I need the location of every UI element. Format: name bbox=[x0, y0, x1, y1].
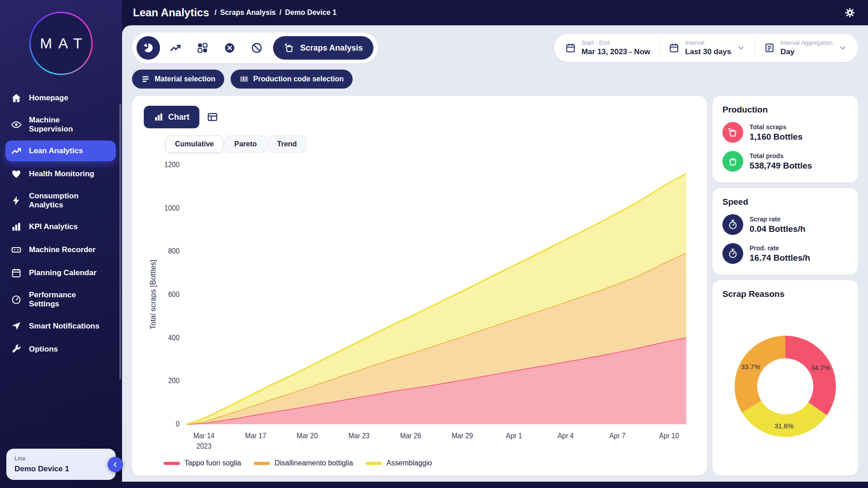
trend-analysis-button[interactable] bbox=[164, 36, 187, 60]
production-code-selection-button[interactable]: Production code selection bbox=[231, 70, 353, 89]
sidebar-item-planning-calendar[interactable]: Planning Calendar bbox=[5, 263, 116, 283]
table-view-button[interactable] bbox=[207, 111, 218, 123]
svg-text:Mar 29: Mar 29 bbox=[452, 432, 473, 440]
interval-picker[interactable]: Interval Last 30 days bbox=[659, 37, 755, 59]
material-selection-button[interactable]: Material selection bbox=[132, 70, 224, 89]
aggregation-picker[interactable]: Interval Aggregation Day bbox=[755, 37, 856, 59]
svg-text:Mar 14: Mar 14 bbox=[193, 432, 215, 440]
calendar-icon bbox=[11, 267, 22, 278]
slashcircle-icon bbox=[251, 42, 263, 54]
heart-icon bbox=[11, 169, 22, 179]
breadcrumb-item-demo-device-1[interactable]: Demo Device 1 bbox=[285, 9, 336, 17]
breadcrumb-item-scraps-analysis[interactable]: Scraps Analysis bbox=[220, 9, 276, 17]
svg-text:Apr 1: Apr 1 bbox=[506, 432, 522, 440]
pie-analysis-button[interactable] bbox=[137, 36, 160, 60]
stopwatch-icon bbox=[722, 214, 743, 235]
table-icon bbox=[207, 111, 218, 123]
calendar-icon bbox=[565, 42, 576, 53]
sidebar-item-label: KPI Analytics bbox=[29, 222, 78, 231]
bars-icon bbox=[11, 221, 22, 232]
sidebar-item-label: Machine Supervision bbox=[29, 116, 100, 133]
chart-view-button[interactable]: Chart bbox=[144, 106, 199, 128]
material-icon bbox=[141, 75, 150, 84]
sidebar-item-machine-supervision[interactable]: Machine Supervision bbox=[5, 111, 116, 138]
svg-text:1200: 1200 bbox=[165, 161, 179, 169]
scrap-reasons-donut[interactable]: 34.7%31.6%33.7% bbox=[729, 330, 842, 443]
svg-text:Mar 17: Mar 17 bbox=[245, 432, 266, 440]
tab-cumulative[interactable]: Cumulative bbox=[165, 136, 223, 153]
legend-label: Disallineamento bottiglia bbox=[274, 459, 353, 467]
sidebar-item-homepage[interactable]: Homepage bbox=[5, 88, 116, 108]
matrix-analysis-button[interactable] bbox=[191, 36, 214, 60]
svg-text:34.7%: 34.7% bbox=[811, 364, 830, 371]
kpi-row-scrap-rate: Scrap rate0.04 Bottles/h bbox=[722, 214, 848, 235]
svg-text:200: 200 bbox=[168, 377, 179, 385]
sidebar-item-label: Homepage bbox=[29, 94, 68, 103]
chevron-down-icon bbox=[838, 43, 847, 52]
basket-x-icon bbox=[722, 122, 743, 143]
kpi-label: Total prods bbox=[750, 152, 812, 160]
kpi-texts: Total prods538,749 Bottles bbox=[750, 152, 812, 171]
sidebar-item-performance-settings[interactable]: Performance Settings bbox=[5, 286, 116, 313]
losses-analysis-button[interactable] bbox=[245, 36, 269, 60]
svg-text:800: 800 bbox=[168, 247, 179, 255]
sidebar-item-kpi-analytics[interactable]: KPI Analytics bbox=[5, 216, 116, 237]
date-range-value: Mar 13, 2023 - Now bbox=[581, 47, 650, 56]
main: Lean Analytics /Scraps Analysis/Demo Dev… bbox=[122, 0, 868, 488]
topbar: Lean Analytics /Scraps Analysis/Demo Dev… bbox=[122, 0, 868, 25]
sidebar-nav: HomepageMachine SupervisionLean Analytic… bbox=[0, 84, 122, 444]
send-icon bbox=[11, 320, 22, 331]
legend-label: Assemblaggio bbox=[387, 459, 432, 467]
svg-text:2023: 2023 bbox=[196, 442, 211, 450]
sidebar-item-lean-analytics[interactable]: Lean Analytics bbox=[5, 141, 116, 161]
bolt-icon bbox=[11, 195, 22, 206]
breadcrumb: /Scraps Analysis/Demo Device 1 bbox=[215, 9, 337, 17]
sidebar-item-consumption-analytics[interactable]: Consumption Analytics bbox=[5, 187, 116, 214]
speed-title: Speed bbox=[722, 197, 848, 207]
svg-text:Mar 26: Mar 26 bbox=[400, 432, 421, 440]
legend-item-tappo-fuori-soglia: Tappo fuori soglia bbox=[164, 459, 241, 467]
kpi-value: 16.74 Bottles/h bbox=[750, 253, 810, 263]
kpi-column: Production Total scraps1,160 BottlesTota… bbox=[712, 96, 858, 475]
scrap-reasons-panel: Scrap Reasons 34.7%31.6%33.7% bbox=[712, 280, 858, 475]
kpi-label: Prod. rate bbox=[750, 244, 810, 252]
interval-value: Last 30 days bbox=[685, 47, 731, 56]
chevron-down-icon bbox=[736, 43, 745, 52]
scraps-analysis-button[interactable]: Scraps Analysis bbox=[273, 36, 373, 60]
date-range-label: Start - End bbox=[581, 39, 650, 46]
svg-text:33.7%: 33.7% bbox=[741, 363, 760, 371]
svg-text:0: 0 bbox=[176, 420, 179, 428]
date-range-picker[interactable]: Start - End Mar 13, 2023 - Now bbox=[556, 37, 659, 59]
production-code-selection-label: Production code selection bbox=[253, 75, 344, 83]
sidebar-item-label: Machine Recorder bbox=[29, 245, 95, 254]
kpi-row-prod-rate: Prod. rate16.74 Bottles/h bbox=[722, 243, 848, 264]
basket-icon bbox=[722, 151, 743, 172]
sidebar-scrollbar[interactable] bbox=[119, 104, 121, 380]
device-line-label: Line bbox=[14, 455, 108, 462]
sidebar-item-label: Health Monitoring bbox=[29, 169, 94, 178]
analysis-toolbar: Scraps Analysis bbox=[132, 33, 378, 63]
sidebar-item-label: Performance Settings bbox=[29, 291, 100, 308]
sidebar-item-smart-notifications[interactable]: Smart Notifications bbox=[5, 315, 116, 336]
kpi-label: Total scraps bbox=[750, 123, 802, 131]
gear-icon bbox=[844, 7, 855, 18]
cumulative-area-chart[interactable]: 020040060080010001200Mar 142023Mar 17Mar… bbox=[144, 155, 695, 457]
tab-pareto[interactable]: Pareto bbox=[225, 136, 266, 153]
sidebar-item-machine-recorder[interactable]: Machine Recorder bbox=[5, 239, 116, 260]
settings-button[interactable] bbox=[844, 7, 855, 18]
sidebar-item-health-monitoring[interactable]: Health Monitoring bbox=[5, 164, 116, 184]
svg-text:31.6%: 31.6% bbox=[774, 422, 794, 430]
sidebar-item-options[interactable]: Options bbox=[5, 338, 116, 359]
kpi-row-total-prods: Total prods538,749 Bottles bbox=[722, 151, 848, 172]
svg-text:Apr 7: Apr 7 bbox=[609, 432, 626, 440]
kpi-texts: Prod. rate16.74 Bottles/h bbox=[750, 244, 810, 263]
trendline-icon bbox=[170, 42, 181, 54]
chart-tabs: CumulativeParetoTrend bbox=[165, 136, 695, 153]
kpi-value: 0.04 Bottles/h bbox=[750, 224, 806, 234]
tab-trend[interactable]: Trend bbox=[268, 136, 307, 153]
sidebar-collapse-button[interactable] bbox=[108, 457, 123, 472]
stops-analysis-button[interactable] bbox=[218, 36, 241, 60]
recorder-icon bbox=[11, 244, 22, 255]
logo-ring: MAT bbox=[29, 12, 93, 75]
svg-text:400: 400 bbox=[168, 334, 179, 342]
